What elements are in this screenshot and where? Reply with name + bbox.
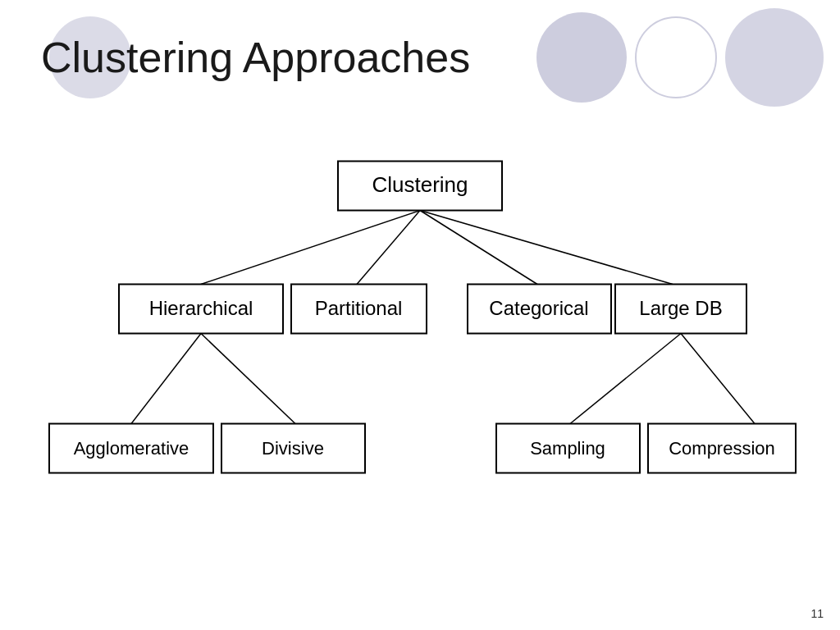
decorative-circle-1 [536,12,627,103]
svg-text:Compression: Compression [669,438,775,459]
page-title: Clustering Approaches [41,33,470,82]
svg-text:Categorical: Categorical [489,297,588,319]
svg-text:Hierarchical: Hierarchical [149,297,253,319]
page-number: 11 [810,607,824,620]
svg-line-16 [570,334,681,424]
svg-text:Agglomerative: Agglomerative [74,438,189,459]
decorative-circle-2 [635,16,717,98]
svg-line-3 [420,211,673,285]
svg-line-17 [681,334,755,424]
tree-diagram: Clustering Hierarchical Partitional Cate… [41,152,799,589]
svg-line-0 [201,211,420,285]
svg-line-14 [131,334,201,424]
decorative-circle-3 [725,8,824,107]
svg-text:Sampling: Sampling [530,438,605,459]
decorative-circles [536,8,824,107]
svg-line-15 [201,334,295,424]
svg-line-2 [420,211,537,285]
svg-text:Large DB: Large DB [639,297,722,319]
svg-text:Clustering: Clustering [372,172,468,197]
svg-text:Partitional: Partitional [315,297,403,319]
svg-text:Divisive: Divisive [262,438,324,459]
